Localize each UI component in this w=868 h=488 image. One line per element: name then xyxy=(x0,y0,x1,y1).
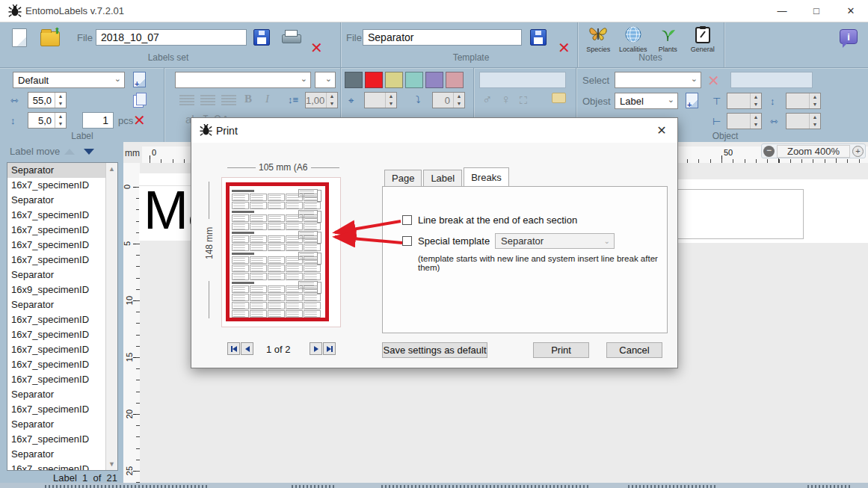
list-item[interactable]: 16x9_specimenID xyxy=(7,282,117,297)
spinner-down-icon[interactable]: ▼ xyxy=(751,121,761,129)
spinner-down-icon[interactable]: ▼ xyxy=(810,121,820,129)
delete-selection-icon[interactable]: ⛶ xyxy=(520,94,527,107)
spinner-up-icon[interactable]: ▲ xyxy=(327,93,337,100)
color-swatch-3[interactable] xyxy=(405,72,423,88)
list-item[interactable]: Separator xyxy=(7,417,117,432)
list-item[interactable]: 16x7_specimenID xyxy=(7,342,117,357)
tab-page[interactable]: Page xyxy=(384,170,422,186)
spinner-up-icon[interactable]: ▲ xyxy=(751,114,761,121)
female-symbol-icon[interactable]: ♀ xyxy=(501,92,511,108)
last-page-button[interactable] xyxy=(323,342,336,355)
select-dropdown[interactable]: ⌄ xyxy=(615,72,701,88)
color-swatch-4[interactable] xyxy=(425,72,443,88)
maximize-button[interactable]: □ xyxy=(799,0,834,22)
list-item[interactable]: 16x7_specimenID xyxy=(7,462,117,471)
spinner-up-icon[interactable]: ▲ xyxy=(751,93,761,101)
spinner-down-icon[interactable]: ▼ xyxy=(327,100,337,108)
list-item[interactable]: Separator xyxy=(7,387,117,402)
close-template-button[interactable]: ✕ xyxy=(558,40,570,55)
list-item[interactable]: 16x7_specimenID xyxy=(7,357,117,372)
color-swatch-5[interactable] xyxy=(446,72,464,88)
list-item[interactable]: Separator xyxy=(7,297,117,312)
list-item[interactable]: 16x7_specimenID xyxy=(7,208,117,223)
spinner-down-icon[interactable]: ▼ xyxy=(55,100,66,108)
list-item[interactable]: 16x7_specimenID xyxy=(7,178,117,193)
label-width-spinner[interactable]: 55,0▲▼ xyxy=(28,92,67,108)
open-file-button[interactable] xyxy=(40,31,60,46)
font-dropdown[interactable]: ⌄ xyxy=(175,72,311,88)
align-left-icon[interactable] xyxy=(179,95,194,105)
object-width-spinner[interactable]: ▲▼ xyxy=(786,113,821,129)
list-item[interactable]: 16x7_specimenID xyxy=(7,253,117,268)
labels-list-scrollbar[interactable]: ▲ ▼ xyxy=(105,163,117,470)
dialog-cancel-button[interactable]: Cancel xyxy=(606,342,662,358)
color-swatch-0[interactable] xyxy=(345,72,363,88)
line-spacing-spinner[interactable]: 1,00▲▼ xyxy=(305,92,338,108)
object-type-dropdown[interactable]: Label⌄ xyxy=(615,93,678,109)
delete-label-button[interactable]: ✕ xyxy=(133,113,146,128)
copy-label-button[interactable] xyxy=(133,93,147,108)
print-labels-button[interactable] xyxy=(282,30,300,45)
spinner-down-icon[interactable]: ▼ xyxy=(454,100,464,108)
spinner-up-icon[interactable]: ▲ xyxy=(55,113,66,120)
list-item[interactable]: 16x7_specimenID xyxy=(7,327,117,342)
dialog-close-button[interactable]: ✕ xyxy=(653,123,670,138)
bold-button[interactable]: B xyxy=(244,93,252,105)
folder-small-icon[interactable] xyxy=(552,93,566,103)
clear-selection-button[interactable]: ✕ xyxy=(707,73,720,88)
move-label-up-button[interactable] xyxy=(64,149,75,155)
scroll-down-icon[interactable]: ▼ xyxy=(106,460,117,468)
spinner-down-icon[interactable]: ▼ xyxy=(55,120,66,128)
tab-breaks[interactable]: Breaks xyxy=(464,167,508,186)
print-dialog-titlebar[interactable]: Print ✕ xyxy=(191,118,677,143)
label-height-spinner[interactable]: 5,0▲▼ xyxy=(28,112,67,129)
spinner-up-icon[interactable]: ▲ xyxy=(55,93,66,100)
close-button[interactable]: ✕ xyxy=(834,0,868,22)
list-item[interactable]: 16x7_specimenID xyxy=(7,238,117,253)
rotation-spinner[interactable]: 0▲▼ xyxy=(432,92,465,108)
close-labels-set-button[interactable]: ✕ xyxy=(310,40,323,55)
spinner-up-icon[interactable]: ▲ xyxy=(454,93,464,100)
new-file-button[interactable] xyxy=(12,28,27,47)
add-object-button[interactable] xyxy=(686,93,698,108)
list-item[interactable]: 16x7_specimenID xyxy=(7,402,117,417)
spinner-up-icon[interactable]: ▲ xyxy=(810,114,820,121)
male-symbol-icon[interactable]: ♂ xyxy=(482,92,493,108)
spinner-up-icon[interactable]: ▲ xyxy=(810,93,820,101)
italic-button[interactable]: I xyxy=(265,93,269,105)
object-height-spinner[interactable]: ▲▼ xyxy=(786,93,821,109)
special-template-dropdown[interactable]: Separator⌄ xyxy=(495,233,615,249)
scroll-up-icon[interactable]: ▲ xyxy=(106,165,117,173)
spinner-down-icon[interactable]: ▼ xyxy=(751,101,761,108)
labels-set-file-input[interactable] xyxy=(96,29,247,46)
list-item[interactable]: Separator xyxy=(7,268,117,282)
save-settings-default-button[interactable]: Save settings as default xyxy=(382,342,487,358)
spinner-down-icon[interactable]: ▼ xyxy=(810,101,820,108)
label-preset-dropdown[interactable]: Default⌄ xyxy=(13,72,125,88)
print-preview[interactable] xyxy=(221,177,341,327)
offset-spinner[interactable]: ▲▼ xyxy=(364,92,397,108)
list-item[interactable]: 16x7_specimenID xyxy=(7,372,117,387)
dialog-print-button[interactable]: Print xyxy=(533,342,589,358)
tab-label[interactable]: Label xyxy=(423,170,462,186)
spinner-down-icon[interactable]: ▼ xyxy=(386,100,396,108)
list-item[interactable]: Separator xyxy=(7,447,117,462)
add-label-preset-button[interactable] xyxy=(133,72,146,87)
move-label-down-button[interactable] xyxy=(84,149,94,155)
line-break-checkbox[interactable] xyxy=(402,215,412,225)
special-template-checkbox[interactable] xyxy=(402,236,412,246)
align-right-icon[interactable] xyxy=(221,95,236,105)
help-button[interactable]: i xyxy=(840,29,858,44)
next-page-button[interactable] xyxy=(310,342,322,355)
color-swatch-1[interactable] xyxy=(365,72,383,88)
color-swatch-2[interactable] xyxy=(385,72,403,88)
spinner-up-icon[interactable]: ▲ xyxy=(386,93,396,100)
font-size-dropdown[interactable]: ⌄ xyxy=(315,72,336,88)
list-item[interactable]: 16x7_specimenID xyxy=(7,223,117,238)
zoom-in-button[interactable]: + xyxy=(852,146,864,157)
previous-page-button[interactable] xyxy=(241,342,253,355)
zoom-out-button[interactable]: − xyxy=(763,146,775,157)
list-item[interactable]: Separator xyxy=(7,163,117,178)
minimize-button[interactable]: — xyxy=(765,0,799,22)
object-top-spinner[interactable]: ▲▼ xyxy=(727,93,762,109)
